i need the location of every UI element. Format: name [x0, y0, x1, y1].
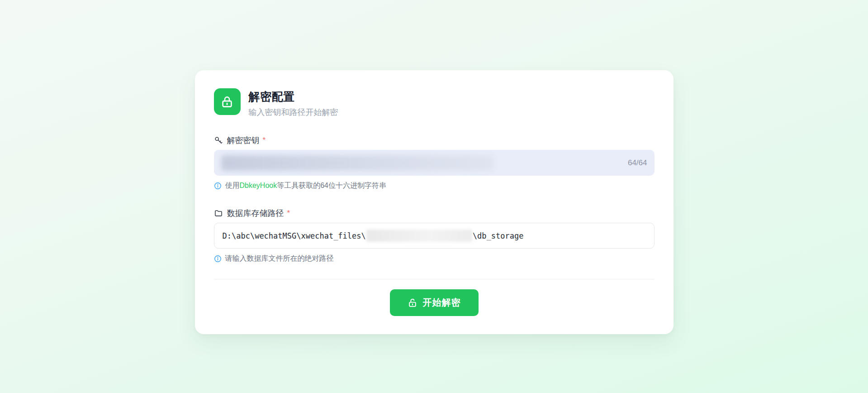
key-char-counter: 64/64 [628, 158, 647, 168]
page-title: 解密配置 [249, 89, 338, 104]
unlock-icon [408, 298, 417, 308]
path-hint-row: 请输入数据库文件所在的绝对路径 [214, 254, 655, 264]
db-path-input[interactable]: D:\abc\wechatMSG\xwechat_files\\db_stora… [214, 223, 655, 249]
redacted-key-value [221, 155, 494, 171]
page-subtitle: 输入密钥和路径开始解密 [249, 107, 338, 118]
start-decrypt-label: 开始解密 [423, 297, 461, 309]
header-texts: 解密配置 输入密钥和路径开始解密 [249, 88, 338, 118]
decrypt-config-card: 解密配置 输入密钥和路径开始解密 解密密钥 * 64/64 使用DbkeyHoo… [195, 70, 674, 334]
key-hint-text: 使用DbkeyHook等工具获取的64位十六进制字符串 [225, 181, 387, 191]
divider [214, 279, 655, 279]
dbkeyhook-link[interactable]: DbkeyHook [240, 182, 277, 189]
path-required-mark: * [287, 209, 290, 218]
key-hint-suffix: 等工具获取的64位十六进制字符串 [277, 182, 386, 189]
path-hint-text: 请输入数据库文件所在的绝对路径 [225, 254, 334, 264]
lock-icon [214, 88, 241, 115]
key-hint-row: 使用DbkeyHook等工具获取的64位十六进制字符串 [214, 181, 655, 191]
path-value-suffix: \db_storage [473, 231, 524, 240]
path-value-prefix: D:\abc\wechatMSG\xwechat_files\ [223, 231, 366, 240]
key-field-label-row: 解密密钥 * [214, 135, 655, 146]
key-icon [214, 136, 223, 145]
decrypt-key-input[interactable]: 64/64 [214, 150, 655, 176]
key-required-mark: * [263, 136, 266, 145]
info-icon [214, 182, 222, 190]
folder-icon [214, 209, 223, 218]
key-field-label: 解密密钥 [227, 135, 260, 146]
start-decrypt-button[interactable]: 开始解密 [390, 289, 479, 316]
path-field-label: 数据库存储路径 [227, 208, 284, 219]
info-icon [214, 255, 222, 263]
key-hint-prefix: 使用 [225, 182, 240, 189]
redacted-path-segment [366, 230, 472, 242]
card-header: 解密配置 输入密钥和路径开始解密 [214, 88, 655, 118]
path-field-label-row: 数据库存储路径 * [214, 208, 655, 219]
